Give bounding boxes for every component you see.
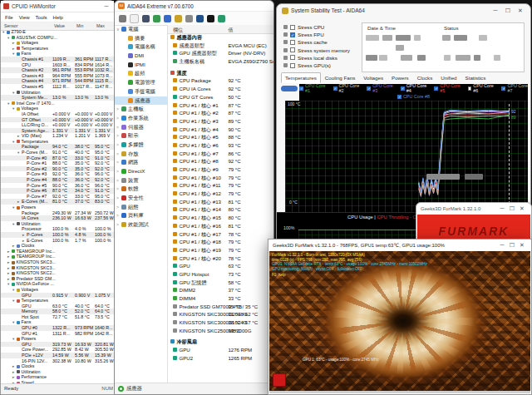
sensor-row[interactable]: CPU #1 / 核心 #287 °C [168, 109, 273, 117]
sensor-row[interactable]: GPU21265 RPM [168, 354, 273, 363]
hwm-sensor-row[interactable]: Chassis #51112 R...1017 R...1147 R... [1, 84, 114, 90]
column-sensor[interactable]: Sensor [4, 23, 17, 28]
tree-item-作業系統[interactable]: >作業系統 [115, 114, 167, 123]
checkbox[interactable]: ✓ [367, 86, 371, 91]
checkbox[interactable] [468, 86, 471, 91]
minimize-icon[interactable]: ─ [497, 242, 507, 248]
checkbox[interactable]: ✓ [299, 86, 303, 91]
hwm-sensor-row[interactable]: ▾Intel Core i7 1470... [1, 101, 114, 106]
hwm-sensor-row[interactable]: P-Core #488.0 °C36.0 °C92.0 °C [1, 177, 114, 183]
sensor-row[interactable]: KINGSTON SKC3000S1024G28 °C / 57 °C [168, 318, 273, 327]
tools-icon[interactable] [185, 15, 193, 22]
hwm-sensor-row[interactable]: ▾NVIDIA GeForce ... [1, 281, 114, 287]
tree-item-電腦[interactable]: ∨電腦 [115, 25, 167, 34]
sensor-row[interactable]: 主機板名稱EVGA Z690/Z790 Series [168, 57, 273, 66]
memory-icon[interactable] [153, 15, 160, 22]
hwm-sensor-row[interactable]: P-Core #290.0 °C35.0 °C92.0 °C [1, 166, 114, 172]
hwm-sensor-row[interactable]: Chassis #4971 RPM544 RPM1115 R... [1, 78, 114, 84]
hwm-sensor-row[interactable]: GT Offset+0.000 V+0.000 V+0.000 V [1, 117, 114, 123]
sensor-row[interactable]: GPU1276 RPM [168, 346, 273, 354]
sensor-row[interactable]: DIMM433 °C [168, 294, 273, 303]
minimize-icon[interactable]: ─ [101, 3, 111, 9]
checkbox[interactable] [290, 40, 295, 45]
tab-voltages[interactable]: Voltages [359, 72, 387, 83]
hwm-sensor-row[interactable]: System Me...13.0 %13.0 %13.0 % [1, 95, 114, 101]
hwm-sensor-row[interactable]: ▾Utilization [1, 221, 114, 227]
minimize-icon[interactable]: ─ [497, 205, 507, 211]
hwm-sensor-row[interactable]: P-Core #392.0 °C36.0 °C96.0 °C [1, 171, 114, 177]
hwm-sensor-row[interactable]: ▾Voltages [1, 287, 114, 293]
hwm-sensor-row[interactable]: ▾Temperatures [1, 139, 114, 145]
hwm-sensor-row[interactable]: P-Core #188.0 °C35.0 °C92.0 °C [1, 160, 114, 166]
hwm-sensor-row[interactable]: P-Core #590.0 °C36.0 °C96.0 °C [1, 183, 114, 189]
hwm-sensor-row[interactable]: IA Cores236.10 W16.63 W237.56 W [1, 215, 114, 221]
hwm-sensor-row[interactable]: Chassis #11109 R...361 RPM1117 R... [1, 57, 114, 62]
sensor-row[interactable]: CPU #1 / 核心 #2078 °C [168, 254, 273, 263]
hwm-sensor-row[interactable]: GPU #11311 R...982 RPM1642 R... [1, 331, 114, 337]
sensor-row[interactable]: CPU #1 / 核心 #1480 °C [168, 205, 273, 214]
report-icon[interactable] [130, 14, 139, 23]
time-scale-slider[interactable] [281, 86, 298, 91]
tree-item-手提電腦[interactable]: 手提電腦 [115, 87, 167, 96]
sensor-row[interactable]: CPU GT Cores50 °C [168, 93, 273, 101]
tab-unified[interactable]: Unified [436, 72, 461, 83]
sensor-row[interactable]: GPU Hotspot73 °C [168, 270, 273, 279]
sensor-row[interactable]: CPU #1 / 核心 #1079 °C [168, 174, 273, 182]
tab-statistics[interactable]: Statistics [461, 72, 490, 83]
legend-cpu-core-3[interactable]: ✓CPU Core #3 [367, 83, 393, 93]
close-icon[interactable]: ✕ [515, 7, 525, 14]
menu-file[interactable]: File [5, 15, 13, 20]
checkbox[interactable]: ✓ [397, 95, 401, 99]
hwm-sensor-row[interactable]: GPU0.915 V0.900 V1.075 V [1, 293, 114, 299]
tree-item-存放[interactable]: >存放 [115, 150, 167, 159]
video-icon[interactable] [164, 15, 171, 22]
hwm-sensor-row[interactable]: ▸E-Cores (M...81.0 °C37.0 °C83.0 °C [1, 199, 114, 205]
checkbox[interactable]: ✓ [501, 86, 505, 91]
hwm-sensor-row[interactable]: ▸P-Cores100.0 %4.8 %100.0 % [1, 232, 114, 238]
maximize-icon[interactable]: ☐ [503, 7, 513, 14]
hwm-sensor-row[interactable]: ▾Fans [1, 51, 114, 57]
hwm-sensor-row[interactable]: ▾Voltages [1, 106, 114, 111]
hwm-sensor-row[interactable]: ▸Clocks [1, 243, 114, 249]
tree-item-組態[interactable]: >組態 [115, 203, 167, 212]
tab-cooling-fans[interactable]: Cooling Fans [321, 72, 359, 83]
sensor-row[interactable]: CPU #1 / 核心 #1681 °C [168, 222, 273, 230]
sensor-row[interactable]: CPU #1 / 核心 #389 °C [168, 117, 273, 126]
sensor-section-header[interactable]: 冷卻風扇 [168, 338, 273, 346]
sensor-row[interactable]: CPU #1 / 核心 #1381 °C [168, 198, 273, 206]
legend-cpu-core-4[interactable]: ✓CPU Core #4 [401, 83, 427, 93]
bios-icon[interactable] [207, 15, 214, 22]
sensor-row[interactable]: KINGSTON SKC2500MB2000G33 °C [168, 327, 273, 335]
hwm-sensor-row[interactable]: ▾ASUSTeK COMPU... [1, 35, 114, 41]
hwm-sensor-row[interactable]: ▸KINGSTON SKC3... [1, 259, 114, 265]
hwm-sensor-row[interactable]: ▾Z790-E [1, 29, 114, 35]
tree-item-效能測試[interactable]: >效能測試 [115, 220, 167, 230]
menu-tools[interactable]: Tools [36, 15, 47, 20]
sensor-row[interactable]: CPU #1 / 核心 #1979 °C [168, 246, 273, 254]
tree-item-DMI[interactable]: DMI [115, 52, 167, 61]
column-min[interactable]: Min [76, 23, 83, 28]
hwm-sensor-row[interactable]: P-Core #687.0 °C34.0 °C91.0 °C [1, 188, 114, 194]
hwm-sensor-row[interactable]: IA Offset+0.000 V+0.000 V+0.000 V [1, 111, 114, 117]
sensor-row[interactable]: CPU #1 / 核心 #693 °C [168, 141, 273, 150]
tree-item-軟體[interactable]: >軟體 [115, 185, 167, 194]
hwm-sensor-row[interactable]: P-Core #087.0 °C33.0 °C91.0 °C [1, 156, 114, 161]
sensor-row[interactable]: CPU IA Cores92 °C [168, 85, 273, 93]
user-icon[interactable] [196, 15, 204, 22]
hwm-sensor-row[interactable]: ▸E-Cores100.0 %1.7 %100.0 % [1, 238, 114, 244]
hwm-sensor-row[interactable]: ▸TEAMGROUP Inc... [1, 254, 114, 259]
sensor-section-header[interactable]: 溫度 [168, 69, 273, 77]
hwm-sensor-row[interactable]: LLC/Ring O...+0.000 V+0.000 V+0.000 V [1, 122, 114, 128]
sensor-row[interactable]: CPU #1 / 核心 #588 °C [168, 133, 273, 141]
legend-cpu-core-6[interactable]: CPU Core #6 [468, 83, 495, 93]
folder-icon[interactable] [175, 15, 182, 22]
legend-cpu-core-7[interactable]: ✓CPU Core #7 [501, 83, 528, 93]
sensor-row[interactable]: Predator SSD GM7000 4TB35 °C / 35 °C [168, 303, 273, 311]
hwm-sensor-row[interactable]: Memory58.0 °C52.0 °C64.0 °C [1, 309, 114, 314]
hwm-sensor-row[interactable]: ▾Utilization [1, 90, 114, 96]
hwm-sensor-row[interactable]: ▾Fans [1, 319, 114, 325]
column-date-time[interactable]: Date & Time [367, 25, 396, 31]
legend-cpu-core-1[interactable]: ✓CPU Core #1 [299, 83, 326, 93]
tree-item-電腦名稱[interactable]: 電腦名稱 [115, 42, 167, 52]
hwm-sensor-row[interactable]: Core Power...292.85 W8.42 W305.50 W [1, 347, 114, 353]
